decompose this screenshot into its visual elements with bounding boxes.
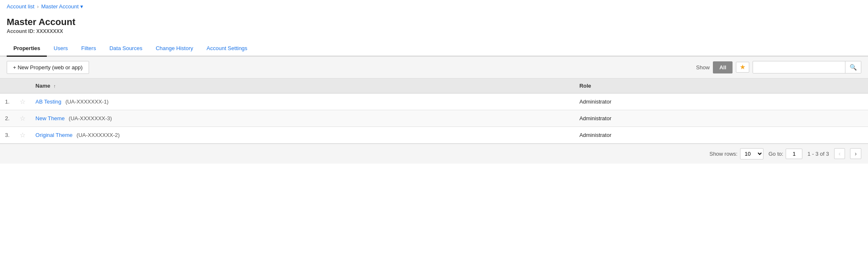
goto-label: Go to: xyxy=(768,151,783,157)
breadcrumb: Account list › Master Account ▾ xyxy=(0,0,868,13)
tab-properties[interactable]: Properties xyxy=(7,41,47,57)
row-role: Administrator xyxy=(574,126,868,143)
row-name-cell: Original Theme (UA-XXXXXXX-2) xyxy=(31,126,574,143)
col-star xyxy=(15,78,31,94)
row-name-cell: AB Testing (UA-XXXXXXX-1) xyxy=(31,93,574,110)
tab-account-settings[interactable]: Account Settings xyxy=(200,41,254,57)
search-box: 🔍 xyxy=(753,61,861,73)
property-name-link[interactable]: AB Testing xyxy=(36,99,61,105)
tab-users[interactable]: Users xyxy=(47,41,74,57)
row-star[interactable]: ☆ xyxy=(15,93,31,110)
rows-select-wrap: Show rows: 10 25 50 100 xyxy=(710,148,763,159)
property-id: (UA-XXXXXXX-3) xyxy=(69,115,112,121)
col-name: Name ↑ xyxy=(31,78,574,94)
col-role: Role xyxy=(574,78,868,94)
tab-data-sources[interactable]: Data Sources xyxy=(103,41,149,57)
page-header: Master Account Account ID: XXXXXXXX xyxy=(0,13,868,41)
toolbar-right: Show All ★ 🔍 xyxy=(696,61,861,73)
sort-arrow-icon[interactable]: ↑ xyxy=(54,83,56,88)
goto-input[interactable] xyxy=(786,149,802,159)
tab-bar: PropertiesUsersFiltersData SourcesChange… xyxy=(0,41,868,57)
col-num xyxy=(0,78,15,94)
property-id: (UA-XXXXXXX-2) xyxy=(77,132,120,138)
page-title: Master Account xyxy=(7,16,861,28)
toolbar: + New Property (web or app) Show All ★ 🔍 xyxy=(0,57,868,78)
star-icon[interactable]: ☆ xyxy=(20,131,26,139)
property-id: (UA-XXXXXXX-1) xyxy=(65,99,108,105)
row-number: 3. xyxy=(0,126,15,143)
row-role: Administrator xyxy=(574,110,868,126)
property-name-link[interactable]: Original Theme xyxy=(36,132,73,138)
star-icon[interactable]: ☆ xyxy=(20,115,26,122)
table-header: Name ↑ Role xyxy=(0,78,868,94)
prev-page-button[interactable]: ‹ xyxy=(834,148,845,159)
table-row: 1. ☆ AB Testing (UA-XXXXXXX-1) Administr… xyxy=(0,93,868,110)
tab-filters[interactable]: Filters xyxy=(74,41,102,57)
new-property-button[interactable]: + New Property (web or app) xyxy=(7,61,89,74)
show-starred-button[interactable]: ★ xyxy=(736,62,749,73)
table-body: 1. ☆ AB Testing (UA-XXXXXXX-1) Administr… xyxy=(0,93,868,143)
row-number: 2. xyxy=(0,110,15,126)
row-name-cell: New Theme (UA-XXXXXXX-3) xyxy=(31,110,574,126)
account-list-link[interactable]: Account list xyxy=(7,3,34,10)
star-icon[interactable]: ☆ xyxy=(20,98,26,105)
show-all-button[interactable]: All xyxy=(713,61,733,73)
show-rows-label: Show rows: xyxy=(710,151,738,157)
search-button[interactable]: 🔍 xyxy=(845,61,861,73)
next-page-button[interactable]: › xyxy=(850,148,861,159)
page-info: 1 - 3 of 3 xyxy=(807,151,829,157)
breadcrumb-current: Master Account ▾ xyxy=(41,3,83,10)
account-id-value: XXXXXXXX xyxy=(36,28,63,34)
tab-change-history[interactable]: Change History xyxy=(149,41,200,57)
rows-select[interactable]: 10 25 50 100 xyxy=(740,148,763,159)
row-star[interactable]: ☆ xyxy=(15,126,31,143)
dropdown-arrow-icon[interactable]: ▾ xyxy=(80,3,83,10)
search-input[interactable] xyxy=(753,62,845,73)
goto-wrap: Go to: xyxy=(768,149,802,159)
table-row: 2. ☆ New Theme (UA-XXXXXXX-3) Administra… xyxy=(0,110,868,126)
account-id-label: Account ID: xyxy=(7,28,35,34)
breadcrumb-chevron: › xyxy=(37,4,38,10)
table-footer: Show rows: 10 25 50 100 Go to: 1 - 3 of … xyxy=(0,144,868,164)
table-row: 3. ☆ Original Theme (UA-XXXXXXX-2) Admin… xyxy=(0,126,868,143)
property-name-link[interactable]: New Theme xyxy=(36,115,65,121)
show-label: Show xyxy=(696,64,710,71)
master-account-link[interactable]: Master Account xyxy=(41,3,79,10)
row-number: 1. xyxy=(0,93,15,110)
properties-table: Name ↑ Role 1. ☆ AB Testing (UA-XXXXXXX-… xyxy=(0,78,868,144)
account-id: Account ID: XXXXXXXX xyxy=(7,28,861,34)
row-star[interactable]: ☆ xyxy=(15,110,31,126)
row-role: Administrator xyxy=(574,93,868,110)
